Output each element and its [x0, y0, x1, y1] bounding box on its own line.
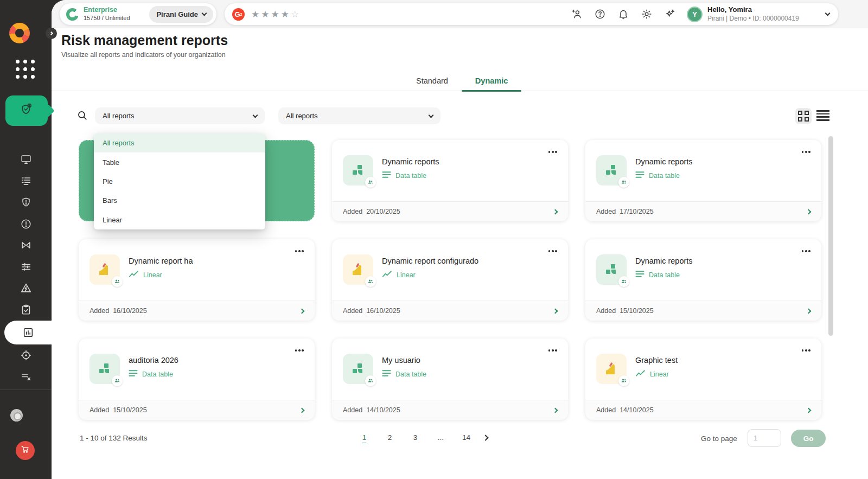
- page-button-14[interactable]: 14: [454, 431, 479, 444]
- report-card[interactable]: My usuarioData tableAdded14/10/2025: [332, 339, 568, 420]
- sidebar-expand-button[interactable]: [46, 28, 57, 39]
- report-type-label: Data table: [142, 371, 173, 378]
- report-card[interactable]: Dynamic report haLinearAdded16/10/2025: [79, 239, 315, 321]
- goto-page-label: Go to page: [701, 435, 737, 443]
- card-menu-button[interactable]: [800, 347, 813, 354]
- rating-stars[interactable]: ★★★★☆: [251, 9, 301, 20]
- star-empty-icon: ☆: [291, 9, 301, 20]
- menu-item-bars[interactable]: Bars: [94, 191, 265, 210]
- added-label: Added: [596, 208, 616, 215]
- menu-item-all-reports[interactable]: All reports: [94, 133, 265, 152]
- report-title: Dynamic report configurado: [382, 257, 478, 265]
- search-icon[interactable]: [76, 110, 88, 124]
- chevron-down-icon: [202, 11, 207, 16]
- sidebar-item-monitor[interactable]: [0, 149, 52, 170]
- open-report-chevron-icon[interactable]: [299, 308, 305, 314]
- card-menu-button[interactable]: [800, 248, 813, 254]
- sidebar-item-clipboard-check[interactable]: [0, 299, 52, 321]
- menu-item-pie[interactable]: Pie: [94, 172, 265, 191]
- report-card[interactable]: auditoria 2026Data tableAdded15/10/2025: [79, 339, 315, 420]
- page-button-1[interactable]: 1: [352, 431, 377, 444]
- go-button[interactable]: Go: [791, 430, 826, 447]
- g2-logo-icon[interactable]: G2: [232, 8, 245, 21]
- sidebar-item-list-indent[interactable]: [0, 170, 52, 192]
- report-thumbnail-linear-icon: [90, 254, 120, 285]
- user-account-info: Pirani | Demo • ID: 0000000419: [707, 15, 826, 23]
- page-button-2[interactable]: 2: [377, 431, 403, 444]
- added-label: Added: [343, 406, 362, 414]
- pirani-guide-button[interactable]: Pirani Guide: [149, 6, 213, 23]
- open-report-chevron-icon[interactable]: [553, 209, 558, 214]
- vertical-scrollbar[interactable]: [828, 136, 833, 336]
- open-report-chevron-icon[interactable]: [806, 407, 812, 413]
- sparkles-icon[interactable]: [664, 8, 676, 20]
- app-logo-icon[interactable]: [9, 23, 30, 43]
- sidebar-item-shield-alert[interactable]: [0, 191, 52, 213]
- shared-users-icon: [365, 375, 376, 386]
- next-page-button[interactable]: [479, 431, 492, 444]
- menu-item-linear[interactable]: Linear: [94, 210, 265, 229]
- report-category-select[interactable]: All reports: [278, 107, 441, 124]
- cart-icon: [20, 444, 30, 457]
- report-card[interactable]: Dynamic reportsData tableAdded17/10/2025: [585, 140, 821, 221]
- chevron-right-icon: [482, 435, 488, 440]
- page-button-3[interactable]: 3: [403, 431, 428, 444]
- sidebar-item-crosshair[interactable]: [0, 344, 52, 366]
- report-type-select[interactable]: All reports: [95, 107, 265, 124]
- sidebar-item-triangle-bolt[interactable]: [0, 278, 52, 299]
- gear-icon[interactable]: [641, 8, 653, 20]
- report-type-menu: All reportsTablePieBarsLinear: [94, 133, 265, 229]
- tab-dynamic[interactable]: Dynamic: [462, 71, 521, 91]
- sidebar-nav: [0, 149, 52, 387]
- topbar-pill: G2 ★★★★☆: [225, 3, 838, 25]
- sidebar-item-bar-chart[interactable]: [4, 321, 52, 344]
- help-icon[interactable]: [594, 8, 606, 20]
- open-report-chevron-icon[interactable]: [806, 209, 812, 214]
- status-dot-icon[interactable]: [10, 409, 23, 421]
- report-thumbnail-table-icon: [343, 155, 373, 186]
- account-chevron-down-icon[interactable]: [825, 11, 831, 16]
- card-menu-button[interactable]: [293, 248, 306, 254]
- card-menu-button[interactable]: [293, 347, 306, 354]
- cart-button[interactable]: [16, 441, 35, 460]
- tab-standard[interactable]: Standard: [403, 71, 462, 91]
- open-report-chevron-icon[interactable]: [553, 308, 558, 314]
- add-user-icon[interactable]: [571, 8, 583, 20]
- sidebar-item-list-x[interactable]: [0, 366, 52, 387]
- menu-item-table[interactable]: Table: [94, 152, 265, 171]
- list-view-toggle[interactable]: [816, 110, 829, 123]
- added-label: Added: [90, 406, 109, 414]
- bell-icon[interactable]: [617, 8, 629, 20]
- report-type-icon: [129, 270, 139, 279]
- grid-view-toggle[interactable]: [795, 108, 812, 124]
- report-card[interactable]: Dynamic report configuradoLinearAdded16/…: [332, 239, 568, 321]
- added-date: 14/10/2025: [366, 406, 400, 414]
- goto-page-input[interactable]: [748, 429, 781, 447]
- apps-grid-icon[interactable]: [16, 60, 36, 80]
- sidebar-item-bowtie[interactable]: [0, 234, 52, 256]
- sidebar-item-circle-alert[interactable]: [0, 213, 52, 235]
- avatar[interactable]: Y: [687, 7, 703, 22]
- sidebar-item-sliders[interactable]: [0, 256, 52, 278]
- report-type-label: Linear: [397, 271, 416, 279]
- card-menu-button[interactable]: [546, 347, 559, 354]
- added-label: Added: [596, 307, 616, 315]
- added-label: Added: [596, 406, 616, 414]
- open-report-chevron-icon[interactable]: [806, 308, 812, 314]
- chevron-right-icon: [49, 31, 53, 35]
- report-card[interactable]: Dynamic reportsData tableAdded20/10/2025: [332, 140, 568, 221]
- pagination-ellipsis: ...: [428, 431, 454, 444]
- report-type-label: Linear: [143, 271, 162, 279]
- open-report-chevron-icon[interactable]: [553, 407, 558, 413]
- report-type-icon: [129, 369, 138, 379]
- report-type-icon: [382, 171, 391, 180]
- card-menu-button[interactable]: [800, 149, 813, 155]
- report-card[interactable]: Graphic testLinearAdded14/10/2025: [585, 339, 821, 420]
- card-menu-button[interactable]: [546, 149, 559, 155]
- open-report-chevron-icon[interactable]: [299, 407, 305, 413]
- tabs: Standard Dynamic: [403, 71, 521, 91]
- sidebar-item-active-module[interactable]: [5, 95, 48, 126]
- shared-users-icon: [112, 276, 123, 287]
- card-menu-button[interactable]: [546, 248, 559, 254]
- report-card[interactable]: Dynamic reportsData tableAdded15/10/2025: [585, 239, 821, 321]
